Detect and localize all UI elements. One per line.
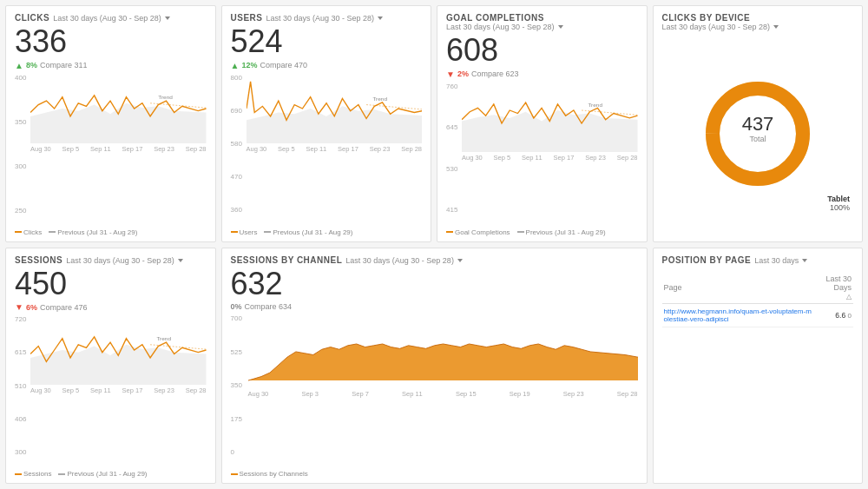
goals-title: GOAL COMPLETIONS <box>446 13 544 23</box>
device-subtitle[interactable]: Last 30 days (Aug 30 - Sep 28) <box>662 23 779 31</box>
goals-y-axis: 760645530415 <box>446 83 457 215</box>
users-title: USERS <box>231 13 263 23</box>
sessions-channel-subtitle[interactable]: Last 30 days (Aug 30 - Sep 28) <box>345 256 463 265</box>
sessions-change: ▼ 6% Compare 476 <box>15 302 207 312</box>
svg-marker-15 <box>30 345 207 385</box>
goals-value: 608 <box>446 33 638 68</box>
sessions-channel-y-axis: 7005253501750 <box>231 314 242 456</box>
sessions-channel-title: SESSIONS BY CHANNEL <box>231 255 343 265</box>
goals-x-axis: Aug 30Sep 5Sep 11Sep 17Sep 23Sep 28 <box>446 154 638 162</box>
sessions-legend: Sessions Previous (Jul 31 - Aug 29) <box>15 470 207 478</box>
clicks-legend: Clicks Previous (Jul 31 - Aug 29) <box>15 228 207 236</box>
svg-text:Trend: Trend <box>158 94 173 100</box>
sessions-title: SESSIONS <box>15 255 62 265</box>
svg-text:Trend: Trend <box>588 101 602 107</box>
clicks-arrow-up-icon: ▲ <box>15 61 23 70</box>
clicks-subtitle[interactable]: Last 30 days (Aug 30 - Sep 28) <box>53 14 170 23</box>
users-legend: Users Previous (Jul 31 - Aug 29) <box>231 228 423 236</box>
position-table: Page Last 30 Days △ http://www.hegmann.i… <box>662 272 854 327</box>
goals-chart: Trend <box>446 83 638 152</box>
sessions-dropdown-icon[interactable] <box>178 259 183 262</box>
table-row: http://www.hegmann.info/quam-et-voluptat… <box>662 303 854 327</box>
sessions-chart: Trend <box>15 315 207 385</box>
clicks-chart: Trend <box>15 74 207 143</box>
position-page-value: 6.6 0 <box>813 303 853 327</box>
users-dropdown-icon[interactable] <box>378 17 383 20</box>
sessions-channel-dropdown-icon[interactable] <box>457 259 463 262</box>
svg-marker-6 <box>462 110 638 152</box>
goals-legend: Goal Completions Previous (Jul 31 - Aug … <box>446 228 638 236</box>
users-chart: Trend <box>231 74 423 143</box>
position-card: POSITION BY PAGE Last 30 days Page Last … <box>653 248 864 485</box>
position-page-url[interactable]: http://www.hegmann.info/quam-et-voluptat… <box>662 303 814 327</box>
sessions-channel-value: 632 <box>231 267 638 301</box>
clicks-y-axis: 400350300250 <box>15 74 26 215</box>
sessions-channel-card: SESSIONS BY CHANNEL Last 30 days (Aug 30… <box>221 248 648 485</box>
position-subtitle[interactable]: Last 30 days <box>754 256 807 265</box>
users-y-axis: 800690580470360 <box>231 74 242 215</box>
sessions-arrow-down-icon: ▼ <box>15 302 23 312</box>
svg-marker-0 <box>30 102 207 142</box>
users-value: 524 <box>231 24 423 59</box>
sessions-subtitle[interactable]: Last 30 days (Aug 30 - Sep 28) <box>66 256 183 265</box>
donut-chart-container: 437 Total Tablet 100% <box>662 31 854 236</box>
users-arrow-up-icon: ▲ <box>231 61 240 70</box>
users-subtitle[interactable]: Last 30 days (Aug 30 - Sep 28) <box>266 14 383 23</box>
clicks-x-axis: Aug 30Sep 5Sep 11Sep 17Sep 23Sep 28 <box>15 145 207 153</box>
svg-text:Total: Total <box>749 135 766 143</box>
position-dropdown-icon[interactable] <box>802 259 807 262</box>
users-x-axis: Aug 30Sep 5Sep 11Sep 17Sep 23Sep 28 <box>231 145 423 153</box>
goals-change: ▼ 2% Compare 623 <box>446 69 638 79</box>
users-card: USERS Last 30 days (Aug 30 - Sep 28) 524… <box>221 5 432 242</box>
clicks-value: 336 <box>15 24 207 59</box>
position-col-page: Page <box>662 272 814 304</box>
goals-subtitle[interactable]: Last 30 days (Aug 30 - Sep 28) <box>446 23 563 31</box>
sessions-y-axis: 720615510406300 <box>15 315 26 456</box>
goals-dropdown-icon[interactable] <box>558 25 563 29</box>
goals-arrow-down-icon: ▼ <box>446 69 455 79</box>
goals-card: GOAL COMPLETIONS Last 30 days (Aug 30 - … <box>437 5 648 242</box>
dashboard: CLICKS Last 30 days (Aug 30 - Sep 28) 33… <box>0 0 868 489</box>
sessions-channel-chart <box>231 314 638 388</box>
sessions-card: SESSIONS Last 30 days (Aug 30 - Sep 28) … <box>5 248 216 485</box>
sessions-channel-x-axis: Aug 30Sep 3Sep 7Sep 11Sep 15Sep 19Sep 23… <box>231 390 638 398</box>
clicks-title: CLICKS <box>15 13 49 23</box>
device-title: CLICKS BY DEVICE <box>662 13 751 23</box>
position-col-days: Last 30 Days △ <box>813 272 853 304</box>
clicks-card: CLICKS Last 30 days (Aug 30 - Sep 28) 33… <box>5 5 216 242</box>
sessions-channel-legend: Sessions by Channels <box>231 470 638 478</box>
device-dropdown-icon[interactable] <box>773 25 779 29</box>
donut-chart: 437 Total <box>697 73 819 195</box>
device-card: CLICKS BY DEVICE Last 30 days (Aug 30 - … <box>653 5 864 242</box>
clicks-change: ▲ 8% Compare 311 <box>15 61 207 70</box>
sessions-x-axis: Aug 30Sep 5Sep 11Sep 17Sep 23Sep 28 <box>15 387 207 394</box>
svg-text:437: 437 <box>741 113 773 135</box>
users-change: ▲ 12% Compare 470 <box>231 61 423 70</box>
clicks-dropdown-icon[interactable] <box>165 17 170 20</box>
position-title: POSITION BY PAGE <box>662 255 752 265</box>
device-legend: Tablet 100% <box>827 195 850 212</box>
svg-point-14 <box>799 137 806 144</box>
svg-text:Trend: Trend <box>372 96 387 102</box>
sessions-channel-change: 0% Compare 634 <box>231 302 638 311</box>
sessions-value: 450 <box>15 267 207 301</box>
svg-text:Trend: Trend <box>156 336 171 342</box>
svg-marker-18 <box>248 344 638 380</box>
svg-line-4 <box>366 104 422 109</box>
